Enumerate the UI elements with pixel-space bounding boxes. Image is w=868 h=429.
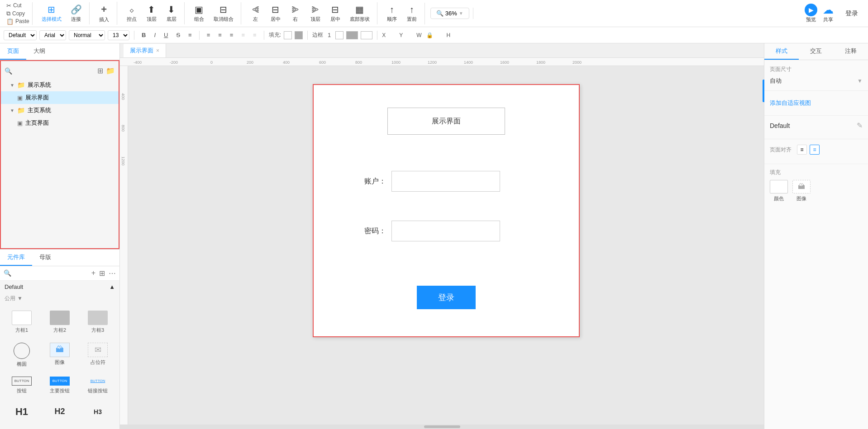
fill-color-alt-box[interactable] [295, 31, 303, 39]
align-right-button[interactable]: ⫸ 右 [286, 3, 305, 24]
format-divider-2 [199, 31, 200, 40]
format-divider-5 [377, 31, 377, 40]
align-left-button[interactable]: ⫷ 左 [247, 3, 265, 24]
tree-search-input[interactable] [15, 68, 95, 74]
copy-button[interactable]: ⧉ Copy [6, 10, 29, 17]
canvas-frame[interactable]: 展示界面 账户： 密码： 登录 [313, 84, 580, 337]
underline-button[interactable]: U [161, 31, 171, 39]
fill-color-option[interactable]: 颜色 [770, 180, 788, 202]
control-points-button[interactable]: ⬦ 控点 [123, 3, 141, 24]
right-tab-style[interactable]: 样式 [764, 43, 799, 60]
pages-tab[interactable]: 页面 [0, 43, 26, 60]
connect-button[interactable]: 🔗 连接 [67, 2, 86, 24]
password-input[interactable] [391, 221, 500, 241]
cut-button[interactable]: ✂ Cut [6, 2, 29, 9]
comp-tab-masters[interactable]: 母版 [32, 250, 58, 266]
folder1-label: 展示系统 [28, 81, 51, 89]
hscroll-thumb[interactable] [424, 425, 460, 428]
outline-tab[interactable]: 大纲 [26, 43, 52, 60]
frame-title-box[interactable]: 展示界面 [387, 108, 505, 135]
border-color-box[interactable] [335, 31, 343, 39]
add-adaptive-button[interactable]: 添加自适应视图 [770, 96, 863, 110]
comp-item-box3[interactable]: 方框3 [81, 308, 115, 336]
tree-item-folder1[interactable]: ▼ 📁 展示系统 [1, 79, 119, 91]
fill-color-box[interactable] [284, 31, 292, 39]
strikethrough-button[interactable]: S [173, 31, 183, 39]
list-button[interactable]: ≡ [186, 31, 195, 39]
comp-item-circle[interactable]: 椭圆 [5, 340, 39, 370]
comp-tab-components[interactable]: 元件库 [0, 250, 32, 266]
comp-add-icon[interactable]: + [91, 269, 95, 278]
login-top-button[interactable]: 登录 [839, 7, 864, 20]
comp-group-label[interactable]: 公用 ▼ [0, 293, 119, 304]
align-shape-button[interactable]: ▦ 底部形状 [346, 2, 373, 24]
align-top-button[interactable]: ⫸ 顶层 [306, 3, 324, 24]
insert-button[interactable]: + 插入 [95, 2, 113, 25]
text-align-right[interactable]: ≡ [227, 31, 236, 39]
canvas-tab-active[interactable]: 展示界面 × [124, 44, 166, 57]
text-align-center[interactable]: ≡ [215, 31, 224, 39]
comp-search-icon: 🔍 [4, 269, 11, 277]
align-vcenter-button[interactable]: ⊟ 居中 [326, 2, 344, 24]
ungroup-button[interactable]: ⊟ 取消组合 [210, 2, 237, 24]
canvas-tab-close[interactable]: × [156, 47, 159, 54]
right-tab-interaction[interactable]: 交互 [799, 43, 833, 60]
add-folder-icon[interactable]: 📁 [106, 66, 115, 75]
text-align-distribute[interactable]: ≡ [250, 31, 259, 39]
comp-more-icon[interactable]: ⋯ [109, 269, 116, 278]
top-layer-button[interactable]: ⬆ 顶层 [143, 2, 161, 24]
border-type-btn[interactable] [361, 31, 372, 39]
text-style-select[interactable]: Normal [69, 30, 105, 40]
heading-h1[interactable]: H1 [5, 404, 39, 420]
page-align-left-icon[interactable]: ≡ [797, 145, 807, 155]
add-page-icon[interactable]: ⊞ [97, 66, 103, 75]
tree-item-page1[interactable]: ▣ 展示界面 [1, 91, 119, 104]
comp-item-box2[interactable]: 方框2 [43, 308, 77, 336]
tree-item-folder2[interactable]: ▼ 📁 主页系统 [1, 104, 119, 117]
comp-copy-icon[interactable]: ⊞ [99, 269, 105, 278]
comp-item-placeholder[interactable]: ✉ 占位符 [81, 340, 115, 370]
fill-image-option[interactable]: 🏔 图像 [792, 180, 811, 202]
comp-item-box1[interactable]: 方框1 [5, 308, 39, 336]
text-align-justify[interactable]: ≡ [238, 31, 248, 39]
comp-item-linkbutton[interactable]: BUTTON 链接按钮 [81, 374, 115, 397]
canvas-scroll-area[interactable]: 400 800 1200 展示界面 账户： [120, 66, 764, 424]
comp-box1-icon [12, 311, 32, 325]
italic-button[interactable]: I [151, 31, 158, 39]
zoom-control[interactable]: 🔍 36% ▼ [430, 8, 469, 19]
comp-item-mainbutton[interactable]: BUTTON 主要按钮 [43, 374, 77, 397]
tree-item-page2[interactable]: ▣ 主页界面 [1, 117, 119, 129]
forward-button[interactable]: ↑ 顺序 [383, 3, 401, 24]
text-align-left[interactable]: ≡ [204, 31, 213, 39]
bold-button[interactable]: B [139, 31, 148, 39]
group-button[interactable]: ▣ 组合 [190, 2, 208, 24]
font-size-select[interactable]: 13 [108, 30, 129, 40]
comp-default-arrow[interactable]: ▲ [109, 283, 115, 290]
canvas-viewport[interactable]: 展示界面 账户： 密码： 登录 [128, 66, 764, 424]
comp-item-image[interactable]: 🏔 图像 [43, 340, 77, 370]
heading-h3[interactable]: H3 [81, 404, 115, 420]
comp-search-input[interactable] [14, 270, 89, 276]
border-style-btn[interactable] [346, 31, 358, 39]
font-face-select[interactable]: Arial [39, 30, 66, 40]
page-align-center-icon[interactable]: ≡ [810, 145, 820, 155]
default-edit-icon[interactable]: ✎ [857, 121, 863, 130]
page-size-dropdown[interactable]: ▼ [857, 78, 863, 84]
font-family-select[interactable]: Default [4, 30, 37, 40]
right-tab-annotation[interactable]: 注释 [834, 43, 868, 60]
align-center-button[interactable]: ⊟ 居中 [267, 2, 285, 24]
account-input[interactable] [391, 171, 500, 192]
canvas-hscroll[interactable] [120, 424, 764, 429]
canvas-area: 展示界面 × -400 -200 0 200 400 600 800 1000 … [120, 43, 764, 429]
select-mode-button[interactable]: ⊞ 选择模式 [38, 2, 65, 24]
comp-item-button[interactable]: BUTTON 按钮 [5, 374, 39, 397]
paste-button[interactable]: 📋 Paste [6, 18, 29, 25]
bottom-layer-button[interactable]: ⬇ 底层 [162, 2, 181, 24]
comp-group-arrow: ▼ [17, 295, 23, 302]
share-button[interactable]: ☁ 共享 [823, 4, 834, 23]
page1-icon: ▣ [17, 94, 23, 101]
backward-button[interactable]: ↑ 置前 [403, 3, 421, 24]
heading-h2[interactable]: H2 [43, 404, 77, 420]
preview-button[interactable]: ▶ 预览 [805, 4, 817, 23]
login-btn[interactable]: 登录 [417, 286, 476, 309]
